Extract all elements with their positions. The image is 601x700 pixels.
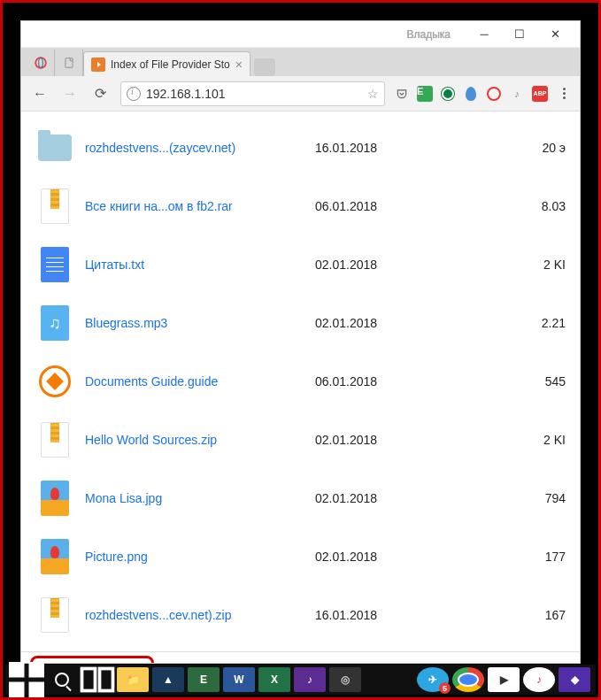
file-type-icon [35,596,74,635]
url-input[interactable] [146,87,364,101]
svg-rect-3 [9,662,25,678]
file-row: rozhdestvens...cev.net).zip16.01.2018167 [21,586,580,644]
file-name-link[interactable]: Все книги на...ом в fb2.rar [85,199,315,213]
file-size: 167 [430,608,566,622]
taskbar-app-explorer[interactable]: 📁 [115,665,150,694]
file-date: 02.01.2018 [315,258,430,272]
file-date: 06.01.2018 [315,199,430,213]
maximize-button[interactable]: ☐ [502,23,537,46]
file-name-link[interactable]: Цитаты.txt [85,258,315,272]
file-row: Все книги на...ом в fb2.rar06.01.20188.0… [21,177,580,235]
file-size: 177 [430,550,566,564]
start-button[interactable] [9,665,44,694]
file-name-link[interactable]: Documents Guide.guide [85,374,315,388]
file-type-icon [35,537,74,576]
taskbar-app-itunes[interactable]: ♪ [521,665,557,694]
note-extension-icon[interactable]: ♪ [507,84,527,104]
taskbar-app-word[interactable]: W [221,665,257,694]
file-date: 02.01.2018 [315,316,430,330]
address-bar[interactable]: ☆ [120,81,385,106]
bookmark-star-icon[interactable]: ☆ [367,87,379,101]
pocket-extension-icon[interactable] [392,84,412,104]
file-type-icon [35,187,74,226]
abp-extension-icon[interactable]: ABP [530,84,550,104]
search-button[interactable] [44,665,80,694]
svg-rect-2 [65,58,72,68]
reload-button[interactable]: ⟳ [87,81,113,107]
active-tab[interactable]: Index of File Provider Sto × [83,51,250,76]
file-type-icon [35,479,74,518]
new-tab-button[interactable] [254,58,275,76]
tab-bar: Index of File Provider Sto × [21,48,580,76]
file-row: Цитаты.txt02.01.20182 KI [21,235,580,294]
svg-rect-4 [29,662,45,678]
red-o-extension-icon[interactable] [484,84,504,104]
file-date: 02.01.2018 [315,550,430,564]
file-size: 794 [430,491,566,505]
taskbar-app-3[interactable]: E [186,665,221,694]
file-size: 2 KI [430,258,566,272]
page-icon [63,57,75,69]
evernote-extension-icon[interactable]: E [415,84,435,104]
taskbar: 📁 ▲ E W X ♪ ◎ ✈5 ▶ ♪ ◆ [5,665,596,695]
green-extension-icon[interactable] [438,84,458,104]
page-content: rozhdestvens...(zaycev.net)16.01.201820 … [21,112,580,663]
taskbar-app-chrome[interactable] [451,665,486,694]
file-list: rozhdestvens...(zaycev.net)16.01.201820 … [21,112,580,651]
toolbar: ← → ⟳ ☆ E ♪ ABP [21,76,580,112]
file-type-icon: ♫ [35,304,74,342]
file-size: 2 KI [430,433,566,447]
file-date: 06.01.2018 [315,374,430,388]
drop-extension-icon[interactable] [461,84,481,104]
file-size: 8.03 [430,199,566,213]
minimize-button[interactable]: ─ [466,23,502,46]
opera-icon [35,57,47,69]
browser-window: Владыка ─ ☐ ✕ Index of File Provider Sto… [20,20,581,664]
file-size: 545 [430,374,566,388]
file-name-link[interactable]: rozhdestvens...cev.net).zip [85,608,315,622]
file-type-icon [35,128,74,167]
scroll-area[interactable]: rozhdestvens...(zaycev.net)16.01.201820 … [21,112,580,663]
file-name-link[interactable]: Bluegrass.mp3 [85,316,315,330]
forward-button[interactable]: → [57,81,83,107]
file-size: 2.21 [430,316,566,330]
file-date: 02.01.2018 [315,491,430,505]
svg-rect-5 [9,682,25,698]
user-label: Владыка [407,28,451,41]
file-name-link[interactable]: Hello World Sources.zip [85,433,315,447]
taskbar-app-telegram[interactable]: ✈5 [415,665,451,694]
titlebar: Владыка ─ ☐ ✕ [21,21,580,48]
svg-rect-6 [29,682,45,698]
pinned-tab-2[interactable] [55,50,83,76]
svg-point-0 [35,58,46,68]
browser-menu-button[interactable] [553,88,574,99]
taskbar-app-excel[interactable]: X [257,665,292,694]
svg-point-1 [38,58,42,68]
file-size: 20 э [430,141,566,155]
taskbar-app-6[interactable]: ◎ [327,665,363,694]
back-button[interactable]: ← [27,81,53,107]
task-view-button[interactable] [80,665,115,694]
file-row: rozhdestvens...(zaycev.net)16.01.201820 … [21,119,580,177]
file-date: 16.01.2018 [315,608,430,622]
file-row: Picture.png02.01.2018177 [21,527,580,586]
taskbar-app-10[interactable]: ◆ [557,665,592,694]
taskbar-app-5[interactable]: ♪ [292,665,327,694]
file-type-icon [35,245,74,284]
file-date: 16.01.2018 [315,141,430,155]
file-name-link[interactable]: Picture.png [85,550,315,564]
file-row: ♫Bluegrass.mp302.01.20182.21 [21,294,580,352]
file-row: Hello World Sources.zip02.01.20182 KI [21,411,580,469]
file-row: Documents Guide.guide06.01.2018545 [21,352,580,411]
close-button[interactable]: ✕ [537,23,573,46]
tab-close-icon[interactable]: × [235,58,243,72]
file-name-link[interactable]: Mona Lisa.jpg [85,491,315,505]
svg-rect-8 [100,669,113,691]
file-date: 02.01.2018 [315,433,430,447]
taskbar-app-2[interactable]: ▲ [150,665,186,694]
file-type-icon [35,420,74,459]
pinned-tab-1[interactable] [27,50,55,76]
site-info-icon[interactable] [127,87,141,101]
file-name-link[interactable]: rozhdestvens...(zaycev.net) [85,141,315,155]
taskbar-app-8[interactable]: ▶ [486,665,521,694]
